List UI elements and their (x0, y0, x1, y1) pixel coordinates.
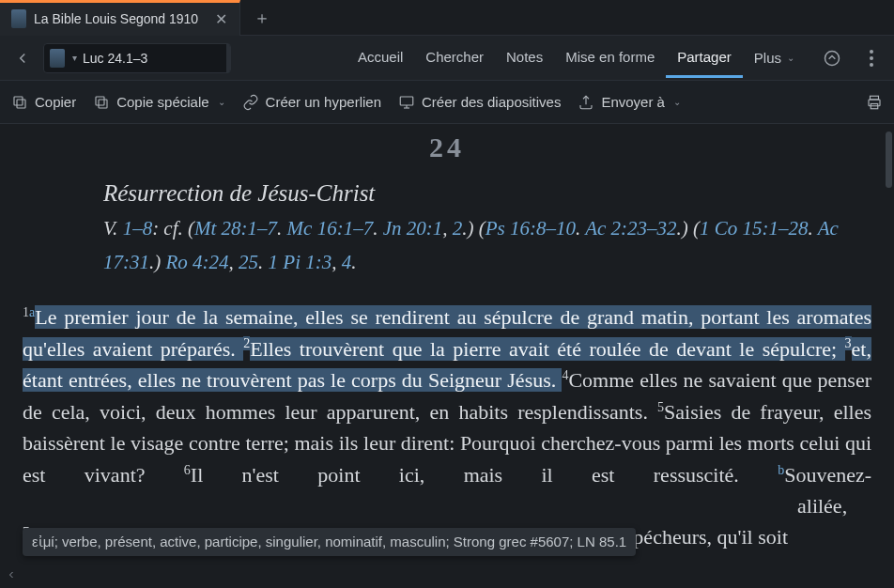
svg-rect-5 (400, 97, 413, 105)
kebab-icon (870, 50, 873, 67)
send-to-button[interactable]: Envoyer à ⌄ (578, 94, 681, 111)
tab-plus[interactable]: Plus ⌄ (743, 50, 806, 66)
chevron-down-icon: ⌄ (673, 97, 681, 107)
tab-title: La Bible Louis Segond 1910 (34, 11, 198, 26)
ref-link[interactable]: Jn 20:1 (383, 217, 443, 240)
ref-link[interactable]: 2 (453, 217, 463, 240)
svg-rect-3 (99, 100, 107, 108)
tab-bar: La Bible Louis Segond 1910 ✕ ＋ (0, 0, 894, 36)
verse-text[interactable]: Souvenez- (784, 463, 871, 487)
reference-divider (226, 43, 230, 73)
chevron-down-icon[interactable]: ▾ (72, 53, 77, 63)
reference-input[interactable]: ▾ Luc 24.1–3 (43, 43, 231, 73)
reader-pane[interactable]: 24 Résurrection de Jésus-Christ V. 1–8: … (0, 124, 894, 588)
ref-link[interactable]: 4 (342, 251, 352, 273)
svg-rect-4 (96, 97, 104, 105)
verse-text[interactable]: alilée, (797, 494, 847, 518)
chevron-down-icon: ⌄ (218, 97, 225, 107)
tab-notes[interactable]: Notes (495, 38, 554, 78)
slides-button[interactable]: Créer des diapositives (398, 94, 561, 111)
ref-link[interactable]: Mt 28:1–7 (194, 217, 277, 240)
cross-references: V. 1–8: cf. (Mt 28:1–7. Mc 16:1–7. Jn 20… (103, 212, 849, 279)
hyperlink-button[interactable]: Créer un hyperlien (242, 94, 381, 111)
back-button[interactable] (9, 45, 36, 71)
tab-accueil[interactable]: Accueil (347, 38, 414, 78)
svg-rect-1 (17, 100, 25, 108)
tab-chercher[interactable]: Chercher (414, 38, 495, 78)
ref-link[interactable]: Mc 16:1–7 (287, 217, 374, 240)
new-tab-button[interactable]: ＋ (246, 2, 278, 34)
book-icon (11, 9, 26, 28)
special-copy-button[interactable]: Copie spéciale ⌄ (93, 94, 224, 111)
nav-bar: ▾ Luc 24.1–3 Accueil Chercher Notes Mise… (0, 36, 894, 81)
tab-mise-en-forme[interactable]: Mise en forme (554, 38, 666, 78)
link-icon (242, 94, 259, 111)
ref-link[interactable]: Ps 16:8–10 (486, 217, 576, 240)
reference-text: Luc 24.1–3 (83, 51, 226, 66)
verse-number[interactable]: 6 (184, 462, 191, 476)
collapse-button[interactable] (819, 45, 845, 71)
svg-point-0 (825, 51, 840, 65)
selected-text[interactable]: Elles trouvèrent que la pierre avait été… (250, 337, 844, 361)
panel-menu-button[interactable] (858, 45, 885, 71)
chevron-down-icon: ⌄ (787, 53, 794, 63)
ref-link[interactable]: Ac 2:23–32 (585, 217, 676, 240)
panel-tabs: Accueil Chercher Notes Mise en forme Par… (347, 38, 806, 78)
print-button[interactable] (866, 94, 883, 111)
share-toolbar: Copier Copie spéciale ⌄ Créer un hyperli… (0, 81, 894, 124)
scripture-body[interactable]: 1aLe premier jour de la semaine, elles s… (23, 302, 871, 553)
ref-link[interactable]: Ro 4:24 (166, 251, 229, 273)
tab-active[interactable]: La Bible Louis Segond 1910 ✕ (0, 0, 240, 36)
presentation-icon (398, 94, 415, 111)
close-icon[interactable]: ✕ (213, 11, 228, 26)
ref-link[interactable]: 1 Pi 1:3 (269, 251, 332, 273)
ref-link[interactable]: 1–8 (123, 217, 153, 240)
morphology-tooltip: εἰμί; verbe, présent, active, participe,… (23, 528, 636, 556)
chapter-number: 24 (0, 132, 894, 163)
svg-rect-2 (14, 97, 23, 105)
book-icon (50, 49, 65, 68)
verse-number[interactable]: 1 (23, 305, 29, 319)
ref-link[interactable]: 25 (239, 251, 258, 273)
verse-text[interactable]: Il n'est point ici, mais il est ressusci… (191, 463, 778, 487)
copy-icon (93, 94, 110, 111)
tab-partager[interactable]: Partager (666, 38, 743, 78)
scrollbar-vertical[interactable] (886, 132, 892, 188)
scroll-left-button[interactable] (4, 567, 19, 582)
print-icon (866, 94, 883, 111)
copy-button[interactable]: Copier (11, 94, 76, 111)
ref-link[interactable]: 1 Co 15:1–28 (700, 217, 809, 240)
verse-number[interactable]: 3 (845, 336, 852, 350)
section-heading: Résurrection de Jésus-Christ (103, 180, 849, 207)
copy-icon (11, 94, 28, 111)
upload-icon (578, 94, 594, 111)
